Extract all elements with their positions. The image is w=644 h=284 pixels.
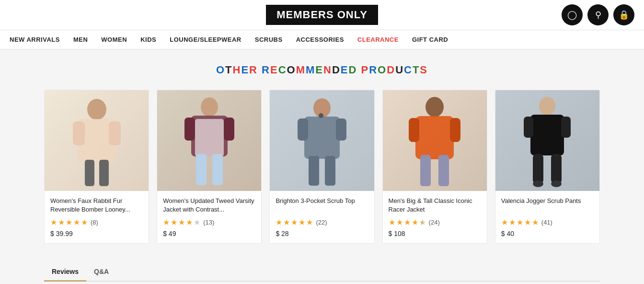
title-char: E: [341, 64, 349, 76]
product-figure-1: [63, 93, 130, 189]
star: ★: [58, 218, 65, 227]
svg-rect-14: [304, 117, 340, 159]
review-count-1: (8): [91, 219, 98, 226]
nav-item-clearance[interactable]: CLEARANCE: [357, 31, 399, 48]
title-char: R: [249, 64, 258, 76]
star: ★: [291, 218, 298, 227]
product-card-2[interactable]: Women's Updated Tweed Varsity Jacket wit…: [157, 90, 262, 244]
search-button[interactable]: ⚲: [587, 4, 609, 25]
svg-rect-10: [195, 119, 224, 156]
title-char: E: [315, 64, 323, 76]
svg-rect-15: [298, 118, 308, 141]
review-count-4: (24): [429, 219, 440, 226]
star: ★: [306, 218, 313, 227]
svg-rect-3: [109, 121, 121, 145]
product-card-5[interactable]: Valencia Jogger Scrub Pants ★ ★ ★ ★ ★ (4…: [495, 90, 600, 244]
svg-point-20: [426, 97, 444, 117]
star: ★: [412, 218, 418, 227]
product-stars-2: ★ ★ ★ ★ ★ (13): [163, 218, 255, 227]
title-char: R: [369, 64, 378, 76]
star: ★: [404, 218, 411, 227]
product-info-1: Women's Faux Rabbit Fur Reversible Bombe…: [45, 191, 149, 243]
svg-rect-16: [336, 118, 346, 141]
product-name-4: Men's Big & Tall Classic Iconic Racer Ja…: [389, 197, 481, 214]
svg-rect-29: [561, 117, 571, 138]
svg-rect-18: [309, 156, 319, 186]
product-image-3: [270, 90, 374, 191]
product-card-3[interactable]: Brighton 3-Pocket Scrub Top ★ ★ ★ ★ ★ (2…: [269, 90, 374, 244]
title-char: R: [262, 64, 270, 76]
nav-item-new-arrivals[interactable]: NEW ARRIVALS: [10, 31, 60, 48]
product-price-3: $ 28: [276, 230, 368, 237]
title-char: O: [287, 64, 296, 76]
nav-item-scrubs[interactable]: SCRUBS: [255, 31, 283, 48]
nav-item-accessories[interactable]: ACCESSORIES: [296, 31, 344, 48]
star: ★: [396, 218, 403, 227]
title-space: [357, 64, 361, 76]
account-button[interactable]: ◯: [562, 4, 583, 25]
product-figure-3: [288, 93, 356, 189]
review-count-3: (22): [316, 219, 327, 226]
svg-rect-27: [530, 115, 564, 155]
title-char: D: [332, 64, 341, 76]
title-char: O: [216, 64, 225, 76]
svg-rect-21: [415, 116, 454, 159]
product-image-5: [495, 90, 599, 191]
star: ★: [532, 218, 539, 227]
product-card-4[interactable]: Men's Big & Tall Classic Iconic Racer Ja…: [382, 90, 487, 244]
search-icon: ⚲: [595, 10, 601, 20]
nav-item-gift-card[interactable]: GIFT CARD: [412, 31, 448, 48]
product-info-2: Women's Updated Tweed Varsity Jacket wit…: [157, 191, 261, 243]
title-char: N: [323, 64, 332, 76]
star: ★: [81, 218, 88, 227]
product-stars-4: ★ ★ ★ ★ ★ ★ (24): [389, 218, 481, 227]
header: MEMBERS ONLY ◯ ⚲ 🔒: [0, 0, 644, 30]
product-image-2: [157, 90, 261, 191]
svg-rect-25: [438, 155, 449, 186]
svg-rect-11: [196, 154, 207, 185]
product-price-1: $ 39.99: [50, 230, 143, 237]
section-title: OTHER RECOMMENDED PRODUCTS: [44, 64, 600, 76]
product-card-1[interactable]: Women's Faux Rabbit Fur Reversible Bombe…: [44, 90, 149, 244]
nav-item-kids[interactable]: KIDS: [140, 31, 156, 48]
title-char: O: [378, 64, 387, 76]
product-price-4: $ 108: [389, 230, 481, 237]
title-space: [258, 64, 262, 76]
svg-point-6: [201, 97, 218, 117]
star: ★: [299, 218, 305, 227]
product-info-5: Valencia Jogger Scrub Pants ★ ★ ★ ★ ★ (4…: [495, 191, 599, 243]
svg-rect-24: [420, 155, 431, 186]
product-figure-5: [514, 93, 581, 189]
product-figure-2: [176, 93, 243, 189]
main-nav: NEW ARRIVALS MEN WOMEN KIDS LOUNGE/SLEEP…: [0, 30, 644, 49]
nav-item-men[interactable]: MEN: [73, 31, 88, 48]
svg-rect-8: [184, 118, 195, 141]
product-image-1: [45, 90, 149, 191]
star: ★: [517, 218, 523, 227]
cart-button[interactable]: 🔒: [613, 4, 634, 25]
star: ★: [509, 218, 516, 227]
star: ★: [163, 218, 170, 227]
title-char: C: [404, 64, 413, 76]
tab-qa[interactable]: Q&A: [86, 263, 116, 282]
title-char: P: [361, 64, 369, 76]
product-price-2: $ 49: [163, 230, 255, 237]
star: ★: [283, 218, 290, 227]
star: ★: [276, 218, 282, 227]
nav-item-women[interactable]: WOMEN: [101, 31, 127, 48]
star: ★: [389, 218, 395, 227]
title-char: T: [225, 64, 232, 76]
nav-item-lounge[interactable]: LOUNGE/SLEEPWEAR: [170, 31, 242, 48]
svg-rect-2: [73, 121, 85, 145]
svg-rect-23: [450, 118, 460, 142]
review-count-5: (41): [541, 219, 552, 226]
product-name-1: Women's Faux Rabbit Fur Reversible Bombe…: [50, 197, 143, 214]
product-info-3: Brighton 3-Pocket Scrub Top ★ ★ ★ ★ ★ (2…: [270, 191, 374, 243]
tab-reviews[interactable]: Reviews: [44, 263, 86, 282]
star: ★: [66, 218, 72, 227]
product-price-5: $ 40: [501, 230, 594, 237]
product-stars-3: ★ ★ ★ ★ ★ (22): [276, 218, 368, 227]
main-content: OTHER RECOMMENDED PRODUCTS Women's Faux …: [34, 49, 610, 284]
star: ★: [171, 218, 177, 227]
site-logo[interactable]: MEMBERS ONLY: [266, 5, 378, 25]
